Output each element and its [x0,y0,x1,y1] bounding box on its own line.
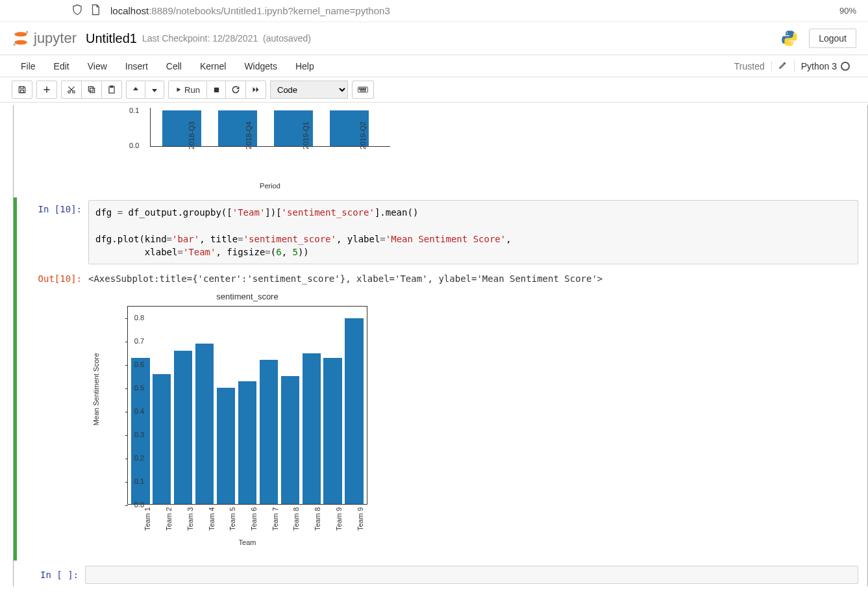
kernel-indicator[interactable]: Python 3 [795,61,856,71]
add-cell-button[interactable] [36,81,57,99]
shield-icon [71,4,83,18]
y-tick-label: 0.7 [134,337,144,345]
y-tick-label: 0.8 [134,314,144,322]
jupyter-wordmark: jupyter [34,30,77,47]
x-tick-label: Team 4 [208,507,216,531]
menu-view[interactable]: View [79,55,116,77]
menu-widgets[interactable]: Widgets [235,55,286,77]
toolbar: Run Code [0,77,868,103]
logout-button[interactable]: Logout [809,29,856,48]
move-down-button[interactable] [145,81,164,99]
interrupt-button[interactable] [206,81,226,99]
url-text[interactable]: localhost:8889/notebooks/Untitled1.ipynb… [110,5,839,16]
jupyter-icon [12,29,30,47]
run-button[interactable]: Run [168,81,207,99]
jupyter-logo[interactable]: jupyter [12,29,77,47]
trusted-indicator[interactable]: Trusted [728,61,772,71]
bar [260,360,279,504]
cell-output-partial: 0.1 0.0 2018-Q3 2018-Q4 2019-Q1 2019-Q2 … [14,105,867,195]
svg-rect-14 [358,87,368,92]
bar [281,376,300,504]
menubar: File Edit View Insert Cell Kernel Widget… [0,55,868,77]
bar [217,388,236,504]
svg-point-5 [791,43,793,44]
chart-sentiment-score: sentiment_score Mean Sentiment Score Tea… [88,292,387,558]
svg-rect-10 [90,88,95,93]
svg-point-1 [14,40,27,45]
x-tick-label: Team 1 [143,507,151,531]
menu-edit[interactable]: Edit [45,55,79,77]
menu-cell[interactable]: Cell [157,55,191,77]
menu-kernel[interactable]: Kernel [191,55,235,77]
prompt-in: In [ ]: [14,566,85,584]
svg-point-3 [14,44,16,45]
menu-help[interactable]: Help [286,55,323,77]
y-tick-label: 0.3 [134,431,144,438]
bar [162,110,201,146]
x-tick-label: Team 8 [292,507,300,531]
move-up-button[interactable] [126,81,145,99]
edit-icon[interactable] [772,60,795,71]
svg-point-0 [14,32,27,36]
y-tick-label: 0.0 [134,501,144,509]
y-tick-label: 0.2 [134,454,144,462]
y-tick-label: 0.4 [134,407,144,415]
cut-button[interactable] [61,81,82,99]
menu-file[interactable]: File [12,55,45,77]
x-tick-label: Team 3 [186,507,194,531]
y-tick-label: 0.6 [134,360,144,368]
bar [195,344,214,504]
paste-button[interactable] [101,81,122,99]
browser-url-bar: localhost:8889/notebooks/Untitled1.ipynb… [0,0,868,22]
notebook-name[interactable]: Untitled1 [86,31,137,46]
x-tick-label: Team 5 [229,507,236,531]
svg-rect-17 [363,88,364,90]
svg-rect-16 [361,88,362,90]
svg-rect-15 [359,88,360,90]
cell-empty[interactable]: In [ ]: [14,563,867,587]
svg-rect-19 [360,90,366,92]
bar [323,358,342,504]
bar [238,381,257,505]
x-tick-label: Team 2 [165,507,173,531]
x-tick-label: Team 9 [335,507,343,531]
code-input[interactable] [85,566,858,584]
svg-point-4 [787,32,788,34]
x-tick-label: Team 8 [314,507,321,531]
notebook-header: jupyter Untitled1 Last Checkpoint: 12/28… [0,22,868,55]
bar [174,351,193,504]
save-button[interactable] [12,81,32,99]
code-input[interactable]: dfg = df_output.groupby(['Team'])['senti… [88,200,858,264]
document-icon [90,4,101,18]
restart-button[interactable] [225,81,246,99]
menu-insert[interactable]: Insert [116,55,157,77]
copy-button[interactable] [81,81,102,99]
y-tick-label: 0.1 [134,477,144,485]
command-palette-button[interactable] [352,81,374,99]
svg-rect-6 [21,90,24,93]
output-text: <AxesSubplot:title={'center':'sentiment_… [88,270,858,288]
cell-in-10[interactable]: In [10]: dfg = df_output.groupby(['Team'… [14,197,867,561]
chart-period-partial: 0.1 0.0 2018-Q3 2018-Q4 2019-Q1 2019-Q2 … [111,108,390,192]
x-tick-label: Team 9 [356,507,364,531]
bar [345,318,364,504]
x-tick-label: Team 6 [250,507,258,531]
svg-rect-18 [365,88,366,90]
cell-type-select[interactable]: Code [270,81,348,99]
python-icon [780,29,799,47]
svg-rect-13 [214,87,218,92]
svg-rect-9 [88,86,93,91]
svg-point-2 [26,31,28,33]
y-tick-label: 0.5 [134,384,144,392]
restart-run-all-button[interactable] [245,81,266,99]
x-tick-label: Team 7 [271,507,279,531]
zoom-level: 90% [839,6,856,16]
bar [153,374,171,504]
prompt-out: Out[10]: [17,270,88,558]
kernel-status-icon [841,62,850,71]
bar [303,353,321,504]
notebook-container: 0.1 0.0 2018-Q3 2018-Q4 2019-Q1 2019-Q2 … [0,105,868,587]
checkpoint-text: Last Checkpoint: 12/28/2021 (autosaved) [142,33,311,44]
